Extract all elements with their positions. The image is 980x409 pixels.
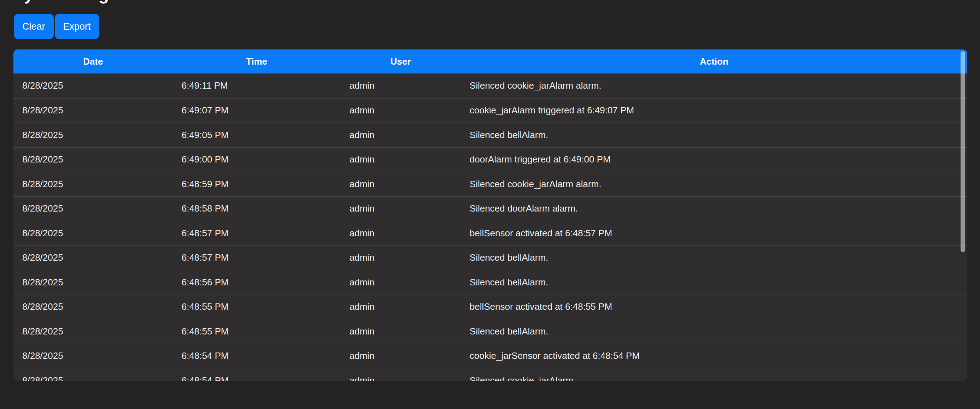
cell-user: admin <box>341 221 461 246</box>
cell-time: 6:48:55 PM <box>173 319 341 344</box>
cell-date: 8/28/2025 <box>13 221 173 246</box>
cell-user: admin <box>341 172 461 197</box>
cell-action: cookie_jarAlarm triggered at 6:49:07 PM <box>461 98 967 123</box>
cell-time: 6:49:07 PM <box>173 98 341 123</box>
table-row: 8/28/2025 6:48:54 PM admin Silenced cook… <box>13 368 967 381</box>
table-row: 8/28/2025 6:48:55 PM admin Silenced bell… <box>13 319 967 344</box>
cell-action: Silenced cookie_jarAlarm. <box>461 368 967 381</box>
cell-date: 8/28/2025 <box>13 344 173 368</box>
vertical-scrollbar-thumb[interactable] <box>961 51 965 252</box>
cell-time: 6:48:54 PM <box>173 368 341 381</box>
cell-user: admin <box>341 122 461 147</box>
cell-date: 8/28/2025 <box>13 319 173 344</box>
cell-time: 6:48:58 PM <box>173 197 341 221</box>
log-table-body: 8/28/2025 6:49:11 PM admin Silenced cook… <box>13 73 967 381</box>
log-table: Date Time User Action 8/28/2025 6:49:11 … <box>13 49 967 381</box>
cell-user: admin <box>341 98 461 123</box>
table-row: 8/28/2025 6:48:57 PM admin Silenced bell… <box>13 246 967 270</box>
cell-action: bellSensor activated at 6:48:57 PM <box>461 221 967 246</box>
export-button[interactable]: Export <box>55 14 99 39</box>
cell-user: admin <box>341 319 461 344</box>
table-row: 8/28/2025 6:48:55 PM admin bellSensor ac… <box>13 295 967 319</box>
log-table-header: Date Time User Action <box>13 49 967 73</box>
cell-user: admin <box>341 147 461 172</box>
cell-action: doorAlarm triggered at 6:49:00 PM <box>461 147 967 172</box>
cell-date: 8/28/2025 <box>13 270 173 295</box>
column-header-date: Date <box>13 49 173 73</box>
cell-user: admin <box>341 73 461 98</box>
log-table-container: Date Time User Action 8/28/2025 6:49:11 … <box>13 49 967 381</box>
cell-action: Silenced bellAlarm. <box>461 270 967 295</box>
cell-action: Silenced doorAlarm alarm. <box>461 197 967 221</box>
table-row: 8/28/2025 6:48:56 PM admin Silenced bell… <box>13 270 967 295</box>
cell-time: 6:48:57 PM <box>173 246 341 270</box>
cell-time: 6:48:56 PM <box>173 270 341 295</box>
table-row: 8/28/2025 6:48:59 PM admin Silenced cook… <box>13 172 967 197</box>
cell-action: Silenced bellAlarm. <box>461 122 967 147</box>
cell-date: 8/28/2025 <box>13 197 173 221</box>
cell-action: cookie_jarSensor activated at 6:48:54 PM <box>461 344 967 368</box>
cell-action: Silenced cookie_jarAlarm alarm. <box>461 73 967 98</box>
cell-time: 6:49:00 PM <box>173 147 341 172</box>
cell-user: admin <box>341 246 461 270</box>
cell-user: admin <box>341 197 461 221</box>
page-title: System Log <box>13 0 109 3</box>
cell-time: 6:48:59 PM <box>173 172 341 197</box>
table-row: 8/28/2025 6:49:07 PM admin cookie_jarAla… <box>13 98 967 123</box>
cell-date: 8/28/2025 <box>13 246 173 270</box>
cell-time: 6:48:55 PM <box>173 295 341 319</box>
cell-user: admin <box>341 344 461 368</box>
cell-action: Silenced bellAlarm. <box>461 319 967 344</box>
cell-user: admin <box>341 270 461 295</box>
cell-date: 8/28/2025 <box>13 73 173 98</box>
cell-user: admin <box>341 295 461 319</box>
cell-action: Silenced cookie_jarAlarm alarm. <box>461 172 967 197</box>
cell-action: bellSensor activated at 6:48:55 PM <box>461 295 967 319</box>
cell-time: 6:49:11 PM <box>173 73 341 98</box>
table-row: 8/28/2025 6:48:54 PM admin cookie_jarSen… <box>13 344 967 368</box>
column-header-time: Time <box>173 49 341 73</box>
clear-button[interactable]: Clear <box>14 14 54 39</box>
cell-date: 8/28/2025 <box>13 295 173 319</box>
column-header-user: User <box>341 49 461 73</box>
table-row: 8/28/2025 6:48:57 PM admin bellSensor ac… <box>13 221 967 246</box>
cell-user: admin <box>341 368 461 381</box>
cell-time: 6:48:57 PM <box>173 221 341 246</box>
table-row: 8/28/2025 6:48:58 PM admin Silenced door… <box>13 197 967 221</box>
table-row: 8/28/2025 6:49:00 PM admin doorAlarm tri… <box>13 147 967 172</box>
column-header-action: Action <box>461 49 967 73</box>
cell-time: 6:49:05 PM <box>173 122 341 147</box>
cell-action: Silenced bellAlarm. <box>461 246 967 270</box>
table-row: 8/28/2025 6:49:11 PM admin Silenced cook… <box>13 73 967 98</box>
cell-date: 8/28/2025 <box>13 147 173 172</box>
cell-date: 8/28/2025 <box>13 98 173 123</box>
cell-date: 8/28/2025 <box>13 122 173 147</box>
table-row: 8/28/2025 6:49:05 PM admin Silenced bell… <box>13 122 967 147</box>
page: { "page": { "title": "System Log" }, "to… <box>0 0 980 409</box>
cell-date: 8/28/2025 <box>13 368 173 381</box>
cell-date: 8/28/2025 <box>13 172 173 197</box>
toolbar: Clear Export <box>14 14 99 39</box>
cell-time: 6:48:54 PM <box>173 344 341 368</box>
